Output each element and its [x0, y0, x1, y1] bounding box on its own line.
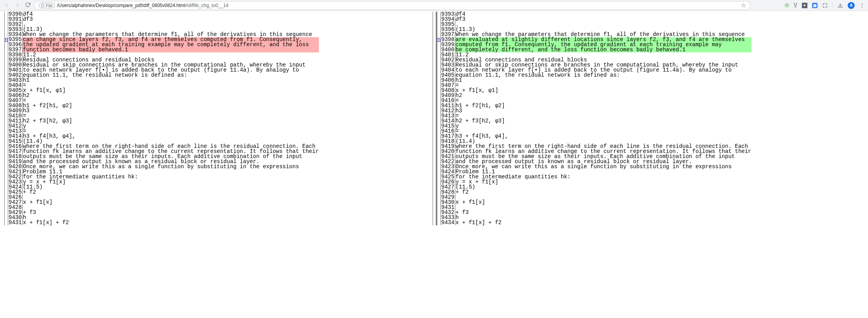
right-text: ∂f4∂f3.(11.3)When we change the paramete…	[455, 12, 751, 225]
line-text: for the intermediate quantities hk:	[455, 174, 751, 180]
reload-button[interactable]	[25, 2, 31, 9]
line-text: Once more, we can write this as a single…	[455, 164, 751, 169]
line-text: be completely different, and the loss fu…	[455, 47, 751, 52]
line-text: equation 11.1, the residual network is d…	[455, 73, 751, 78]
browser-toolbar: File /Users/alphahinex/Desktop/compare_p…	[0, 0, 868, 11]
line-text: x + f1[x] + f2	[23, 220, 319, 225]
line-text: y	[23, 124, 319, 129]
back-button[interactable]	[3, 2, 10, 9]
line-text: ∂f3	[455, 17, 751, 22]
line-text: equation 11.1, the residual network is d…	[23, 73, 319, 78]
line-text: + f2	[23, 190, 319, 195]
line-text: h3	[455, 108, 751, 113]
line-text: ∂f4	[23, 12, 319, 17]
extension-square-icon[interactable]: ✦	[802, 3, 807, 8]
menu-icon[interactable]: ⋮	[859, 2, 864, 9]
line-text: ∂f3	[23, 17, 319, 22]
line-text: h1 + f2[h1, φ2]	[455, 103, 751, 108]
line-number: 9434	[441, 220, 455, 225]
line-text: y	[455, 124, 751, 129]
pane-separator	[433, 12, 437, 225]
address-bar[interactable]: File /Users/alphahinex/Desktop/compare_p…	[34, 1, 750, 10]
line-text: (11.5)	[23, 185, 319, 190]
file-chip-label: File	[46, 3, 53, 8]
line-text	[455, 205, 751, 210]
outer-gutter	[0, 12, 5, 225]
line-number: 9431	[8, 220, 22, 225]
line-text: x + f1[x]	[455, 200, 751, 205]
line-text: y = x + f1[x]	[23, 180, 319, 185]
line-text: .	[455, 22, 751, 27]
line-text: ∂f4	[455, 12, 751, 17]
line-text: Once more, we can write this as a single…	[23, 164, 319, 169]
line-text	[23, 195, 319, 200]
extension-blue-icon[interactable]: ▣	[812, 3, 818, 8]
left-line-numbers: 9390939193929393939493959396939793989399…	[8, 12, 23, 225]
line-text: x + f1[x, φ1]	[23, 88, 319, 93]
avatar[interactable]: A	[848, 2, 855, 9]
url-text: /Users/alphahinex/Desktop/compare_pdf/di…	[57, 3, 229, 8]
line-text	[23, 205, 319, 210]
line-text	[455, 195, 751, 200]
line-text: + f3	[455, 210, 751, 215]
line-text: + f3	[23, 210, 319, 215]
line-text: =	[455, 83, 751, 88]
line-text: x + f1[x]	[23, 200, 319, 205]
separator	[832, 2, 833, 9]
extension-dot-icon[interactable]	[785, 3, 789, 7]
left-link-col: n	[5, 12, 8, 225]
line-text: + f2	[455, 190, 751, 195]
bookmark-icon[interactable]: ☆	[741, 2, 746, 9]
line-text: x + f1[x, φ1]	[455, 88, 751, 93]
left-pane: n 93909391939293939394939593969397939893…	[5, 12, 433, 225]
line-text: .	[23, 22, 319, 27]
line-text: y = x + f1[x]	[455, 180, 751, 185]
right-link-col: n	[437, 12, 440, 225]
line-text: =	[23, 83, 319, 88]
line-text: h2 + f3[h2, φ3]	[455, 119, 751, 124]
line-text: h1	[23, 78, 319, 83]
line-text: x + f1[x] + f2	[455, 220, 751, 225]
extensions-icon[interactable]	[822, 3, 828, 8]
right-line-numbers: 9393939493959396939793989399940094019402…	[440, 12, 455, 225]
file-icon	[41, 4, 45, 7]
extension-v-icon[interactable]: V	[794, 2, 797, 9]
line-text: h2	[23, 93, 319, 98]
download-icon[interactable]	[837, 3, 843, 8]
line-text: for the intermediate quantities hk:	[23, 174, 319, 180]
forward-button[interactable]	[14, 2, 21, 9]
line-text: function becomes badly behaved.1	[23, 47, 319, 52]
file-chip: File	[39, 3, 55, 8]
line-text: h3 + f4[h3, φ4],	[23, 134, 319, 139]
left-text: ∂f4∂f3.(11.3)When we change the paramete…	[23, 12, 319, 225]
diff-view: n 93909391939293939394939593969397939893…	[0, 11, 868, 225]
line-text: h1	[455, 78, 751, 83]
line-text: h2	[455, 93, 751, 98]
line-text: (11.5)	[455, 185, 751, 190]
right-pane: n 93939394939593969397939893999400940194…	[437, 12, 865, 225]
line-text: h3	[23, 108, 319, 113]
line-text: h3 + f4[h3, φ4],	[455, 134, 751, 139]
line-text: h1 + f2[h1, φ2]	[23, 103, 319, 108]
line-text: h2 + f3[h2, φ3]	[23, 119, 319, 124]
toolbar-right: V ✦ ▣ A ⋮	[785, 2, 864, 9]
